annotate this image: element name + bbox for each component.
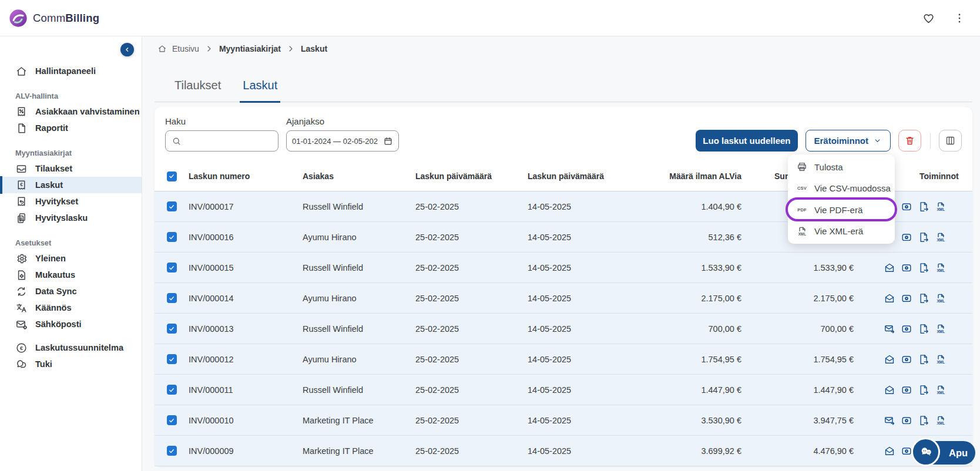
column-header[interactable]: Laskun päivämäärä — [415, 171, 528, 181]
sidebar-collapse-button[interactable] — [120, 43, 134, 56]
search-label: Haku — [165, 116, 286, 126]
breadcrumb-item[interactable]: Etusivu — [172, 44, 199, 53]
row-checkbox[interactable] — [167, 263, 177, 272]
invoice-row-inv-000014[interactable]: INV/000014Ayumu Hirano25-02-202514-05-20… — [155, 283, 972, 314]
eye-icon[interactable] — [901, 354, 912, 365]
row-checkbox[interactable] — [167, 415, 177, 425]
date-range-input[interactable]: 01-01-2024 — 02-05-202 — [286, 130, 399, 152]
sidebar-item-data-sync[interactable]: Data Sync — [0, 283, 142, 300]
xml-file-icon[interactable]: XML — [935, 231, 947, 243]
mail-send-icon[interactable] — [884, 323, 895, 335]
sidebar-item-yleinen[interactable]: Yleinen — [0, 250, 142, 267]
doc-export-icon[interactable] — [918, 415, 929, 426]
sidebar-item-raportit[interactable]: Raportit — [0, 120, 142, 136]
invoice-row-inv-000012[interactable]: INV/000012Ayumu Hirano25-02-202514-05-20… — [155, 344, 972, 375]
doc-export-icon[interactable] — [918, 231, 929, 243]
sidebar-section-header: ALV-hallinta — [0, 88, 142, 103]
overflow-menu-icon[interactable] — [953, 12, 966, 25]
tab-laskut[interactable]: Laskut — [240, 79, 280, 103]
eye-icon[interactable] — [901, 445, 912, 457]
mail-open-icon[interactable] — [884, 445, 895, 457]
brand-logo[interactable]: CommBilling — [8, 8, 99, 28]
mail-open-icon[interactable] — [884, 292, 895, 304]
sidebar-item-k-nn-s[interactable]: Käännös — [0, 300, 142, 316]
row-checkbox[interactable] — [167, 201, 177, 211]
eye-icon[interactable] — [901, 292, 912, 304]
tab-bar: Tilaukset Laskut — [155, 79, 972, 102]
doc-export-icon[interactable] — [918, 292, 929, 304]
eye-icon[interactable] — [901, 201, 912, 213]
menu-item-vie-pdf-er-[interactable]: PDFVie PDF-erä — [788, 199, 895, 221]
xml-file-icon[interactable]: XML — [935, 323, 947, 335]
breadcrumb-item[interactable]: Myyntiasiakirjat — [219, 44, 281, 53]
doc-export-icon[interactable] — [918, 262, 929, 274]
columns-button[interactable] — [939, 130, 962, 152]
menu-item-vie-xml-er-[interactable]: XMLVie XML-erä — [788, 221, 895, 243]
doc-export-icon[interactable] — [918, 384, 929, 396]
column-header[interactable]: Määrä ilman ALVia — [633, 171, 741, 181]
invoice-row-inv-000015[interactable]: INV/000015Russell Winfield25-02-202514-0… — [155, 253, 972, 283]
sidebar-item-mukautus[interactable]: Mukautus — [0, 267, 142, 283]
menu-item-label: Vie XML-erä — [814, 226, 863, 236]
search-input[interactable] — [165, 130, 278, 152]
menu-item-tulosta[interactable]: Tulosta — [788, 156, 895, 178]
row-checkbox[interactable] — [167, 354, 177, 364]
eye-icon[interactable] — [901, 262, 912, 274]
row-checkbox[interactable] — [167, 324, 177, 334]
column-header[interactable]: Laskun numero — [189, 171, 303, 181]
sidebar-item-tilaukset[interactable]: Tilaukset — [0, 160, 142, 177]
row-checkbox[interactable] — [167, 232, 177, 242]
mail-open-icon[interactable] — [884, 354, 895, 365]
sidebar-item-asiakkaan-vahvistaminen[interactable]: Asiakkaan vahvistaminen — [0, 103, 142, 120]
doc-export-icon[interactable] — [918, 323, 929, 335]
home-icon[interactable] — [157, 44, 167, 53]
chat-icon[interactable] — [911, 438, 940, 466]
svg-text:XML: XML — [937, 329, 945, 334]
gear-icon — [15, 253, 28, 265]
invoice-row-inv-000009[interactable]: INV/000009Marketing IT Place25-02-202514… — [155, 436, 972, 466]
sidebar-item-hallintapaneeli[interactable]: Hallintapaneeli — [0, 63, 142, 79]
xml-file-icon[interactable]: XML — [935, 201, 947, 213]
menu-item-icon-box: CSV — [796, 183, 808, 194]
invoice-row-inv-000013[interactable]: INV/000013Russell Winfield25-02-202514-0… — [155, 314, 972, 344]
favorites-icon[interactable] — [922, 11, 935, 25]
invoice-row-inv-000011[interactable]: INV/000011Russell Winfield25-02-202514-0… — [155, 375, 972, 405]
sidebar-item-hyvitykset[interactable]: Hyvitykset — [0, 193, 142, 210]
xml-file-icon[interactable]: XML — [935, 354, 947, 365]
regenerate-invoices-button[interactable]: Luo laskut uudelleen — [696, 130, 797, 152]
doc-export-icon[interactable] — [918, 201, 929, 213]
eye-icon[interactable] — [901, 323, 912, 335]
row-checkbox[interactable] — [167, 446, 177, 456]
column-header[interactable]: Asiakas — [303, 171, 415, 181]
xml-file-icon[interactable]: XML — [935, 292, 947, 304]
tab-tilaukset[interactable]: Tilaukset — [172, 79, 224, 102]
batch-actions-button[interactable]: Erätoiminnot — [806, 130, 891, 152]
customer-name: Russell Winfield — [303, 324, 415, 334]
column-header[interactable]: Laskun päivämäärä — [528, 171, 633, 181]
mail-open-icon[interactable] — [884, 262, 895, 274]
sidebar-item-laskut[interactable]: €Laskut — [0, 177, 142, 193]
mail-send-icon[interactable] — [884, 415, 895, 426]
xml-file-icon[interactable]: XML — [935, 262, 947, 274]
xml-file-icon[interactable]: XML — [935, 384, 947, 396]
select-all-checkbox[interactable] — [167, 171, 177, 181]
menu-item-vie-csv-muodossa[interactable]: CSVVie CSV-muodossa — [788, 178, 895, 200]
sidebar-item-tuki[interactable]: Tuki — [0, 356, 142, 372]
eye-icon[interactable] — [901, 231, 912, 243]
eye-icon[interactable] — [901, 384, 912, 396]
sidebar-item-laskutussuunnitelma[interactable]: €Laskutussuunnitelma — [0, 339, 142, 356]
sidebar-item-s-hk-posti[interactable]: Sähköposti — [0, 316, 142, 332]
xml-file-icon[interactable]: XML — [935, 415, 947, 426]
amount-net: 3.699,92 € — [633, 446, 741, 456]
sidebar-item-label: Laskut — [35, 180, 63, 190]
row-checkbox[interactable] — [167, 293, 177, 303]
invoice-row-inv-000010[interactable]: INV/000010Marketing IT Place25-02-202514… — [155, 405, 972, 436]
mail-open-icon[interactable] — [884, 384, 895, 396]
eye-icon[interactable] — [901, 415, 912, 426]
doc-export-icon[interactable] — [918, 354, 929, 365]
sidebar-item-label: Hyvitykset — [35, 197, 78, 206]
breadcrumb-item[interactable]: Laskut — [301, 44, 327, 53]
delete-button[interactable] — [898, 130, 921, 152]
sidebar-item-hyvityslasku[interactable]: Hyvityslasku — [0, 210, 142, 226]
row-checkbox[interactable] — [167, 385, 177, 395]
